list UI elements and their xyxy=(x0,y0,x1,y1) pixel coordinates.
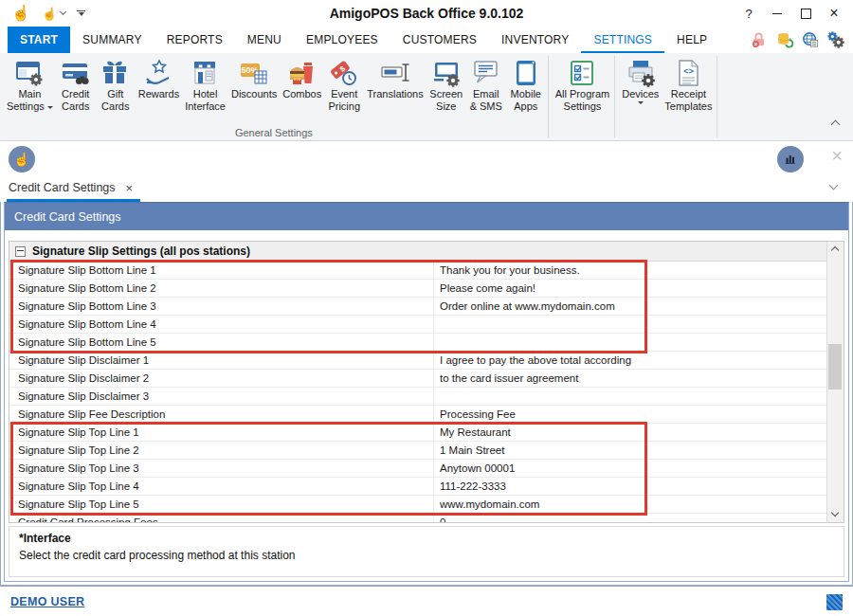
main-settings-button[interactable]: MainSettings xyxy=(4,56,56,115)
setting-value[interactable]: 111-222-3333 xyxy=(433,478,826,495)
ribbon-collapse-button[interactable] xyxy=(832,115,839,132)
event-pricing-button[interactable]: $EventPricing xyxy=(324,56,364,115)
all-program-settings-label: All Program xyxy=(555,88,609,100)
table-row[interactable]: Signature Slip Top Line 1My Restaurant xyxy=(9,424,826,442)
chart-tool-button[interactable] xyxy=(777,146,804,172)
page-title: AmigoPOS Back Office 9.0.102 xyxy=(0,0,853,27)
description-text: Select the credit card processing method… xyxy=(19,549,834,562)
document-close-button[interactable]: × xyxy=(831,146,843,165)
title-bar: ☝ ☝ AmigoPOS Back Office 9.0.102 ? × xyxy=(0,0,853,27)
setting-label: Signature Slip Disclaimer 2 xyxy=(9,370,433,387)
ribbon-tab-summary[interactable]: SUMMARY xyxy=(70,27,154,53)
setting-label: Signature Slip Bottom Line 2 xyxy=(9,280,433,297)
table-row[interactable]: Signature Slip Bottom Line 5 xyxy=(9,334,826,352)
hotel-interface-button[interactable]: HotelInterface xyxy=(182,56,228,115)
setting-value[interactable]: I agree to pay the above total according xyxy=(433,352,826,369)
content-frame: Credit Card Settings Signature Slip Sett… xyxy=(0,202,853,587)
table-row[interactable]: Signature Slip Disclaimer 3 xyxy=(9,388,826,406)
setting-value[interactable] xyxy=(433,316,826,333)
setting-label: Signature Slip Bottom Line 4 xyxy=(9,316,433,333)
table-row[interactable]: Signature Slip Top Line 5www.mydomain.co… xyxy=(9,496,826,514)
setting-value[interactable]: www.mydomain.com xyxy=(433,496,826,513)
table-row[interactable]: Signature Slip Bottom Line 4 xyxy=(9,316,826,334)
ribbon-tabs: STARTSUMMARYREPORTSMENUEMPLOYEESCUSTOMER… xyxy=(8,27,719,53)
chevron-up-icon xyxy=(831,120,841,130)
document-bar: ☝ × Credit Card Settings × xyxy=(0,141,853,202)
scroll-down-button[interactable] xyxy=(827,506,843,521)
close-button[interactable]: × xyxy=(820,0,848,27)
rewards-button[interactable]: Rewards xyxy=(136,56,182,102)
table-row[interactable]: Signature Slip Disclaimer 1I agree to pa… xyxy=(9,352,826,370)
screen-size-button[interactable]: ScreenSize xyxy=(426,56,466,115)
email-sms-icon xyxy=(471,58,501,88)
gift-cards-icon xyxy=(100,58,131,88)
touch-tool-button[interactable]: ☝ xyxy=(9,146,35,172)
tab-close-icon[interactable]: × xyxy=(126,182,134,194)
ribbon-tab-inventory[interactable]: INVENTORY xyxy=(489,27,581,53)
minimize-button[interactable] xyxy=(763,0,791,27)
table-row[interactable]: Signature Slip Top Line 4111-222-3333 xyxy=(9,478,826,496)
gift-cards-button[interactable]: GiftCards xyxy=(96,56,136,115)
table-row[interactable]: Signature Slip Fee DescriptionProcessing… xyxy=(9,406,826,424)
collapse-minus-icon[interactable] xyxy=(15,246,26,257)
ribbon-tab-customers[interactable]: CUSTOMERS xyxy=(390,27,489,53)
email-sms-button[interactable]: Email& SMS xyxy=(466,56,506,115)
discounts-button[interactable]: 50%Discounts xyxy=(228,56,280,102)
database-sync-icon[interactable] xyxy=(776,31,793,48)
description-title: *Interface xyxy=(19,532,834,545)
setting-value[interactable]: Order online at www.mydomain.com xyxy=(433,298,826,315)
grid-group-header[interactable]: Signature Slip Settings (all pos station… xyxy=(9,242,826,262)
table-row[interactable]: Signature Slip Bottom Line 1Thank you fo… xyxy=(9,262,826,280)
scrollbar-thumb[interactable] xyxy=(828,344,842,390)
tab-row-icons xyxy=(751,27,844,53)
combos-label: Combos xyxy=(282,88,321,100)
help-button[interactable]: ? xyxy=(735,0,763,27)
translations-button[interactable]: Translations xyxy=(364,56,426,102)
ribbon-tab-row: STARTSUMMARYREPORTSMENUEMPLOYEESCUSTOMER… xyxy=(0,27,853,53)
mobile-apps-button[interactable]: MobileApps xyxy=(506,56,546,115)
credit-cards-button[interactable]: CreditCards xyxy=(56,56,96,115)
status-grip-icon[interactable] xyxy=(826,594,843,610)
ribbon-tab-reports[interactable]: REPORTS xyxy=(154,27,235,53)
setting-value[interactable]: 1 Main Street xyxy=(433,442,826,459)
event-pricing-label: Pricing xyxy=(328,100,360,113)
ribbon-tab-start[interactable]: START xyxy=(8,27,70,53)
setting-value[interactable]: My Restaurant xyxy=(433,424,826,441)
demo-user-link[interactable]: DEMO USER xyxy=(10,595,84,608)
ribbon-tab-help[interactable]: HELP xyxy=(664,27,719,53)
receipt-templates-button[interactable]: <>ReceiptTemplates xyxy=(662,56,715,115)
setting-value[interactable]: Thank you for your business. xyxy=(433,262,826,279)
setting-value[interactable] xyxy=(433,388,826,405)
table-row[interactable]: Signature Slip Disclaimer 2to the card i… xyxy=(9,370,826,388)
ribbon-tab-settings[interactable]: SETTINGS xyxy=(581,27,664,53)
maximize-button[interactable] xyxy=(791,0,820,27)
table-row[interactable]: Signature Slip Bottom Line 2Please come … xyxy=(9,280,826,298)
devices-button[interactable]: Devices xyxy=(619,56,662,106)
setting-value[interactable]: to the card issuer agreement xyxy=(433,370,826,387)
event-pricing-icon: $ xyxy=(329,58,359,88)
maximize-icon xyxy=(801,9,811,19)
setting-value[interactable] xyxy=(433,334,826,351)
table-row[interactable]: Signature Slip Bottom Line 3Order online… xyxy=(9,298,826,316)
document-chevron-button[interactable] xyxy=(830,175,837,192)
setting-value[interactable]: Please come again! xyxy=(433,280,826,297)
table-row[interactable]: Credit Card Processing Fees0 xyxy=(9,514,826,522)
all-program-settings-button[interactable]: All ProgramSettings xyxy=(553,56,612,115)
globe-web-icon[interactable] xyxy=(802,31,819,48)
lock-status-icon[interactable] xyxy=(751,31,768,48)
gears-settings-icon[interactable] xyxy=(827,31,844,48)
ribbon-tab-menu[interactable]: MENU xyxy=(235,27,294,53)
setting-value[interactable]: 0 xyxy=(433,514,826,522)
scroll-up-button[interactable] xyxy=(827,243,843,258)
setting-value[interactable]: Processing Fee xyxy=(433,406,826,423)
table-row[interactable]: Signature Slip Top Line 3Anytown 00001 xyxy=(9,460,826,478)
combos-button[interactable]: Combos xyxy=(280,56,324,102)
ribbon-group-label: General Settings xyxy=(0,127,548,138)
table-row[interactable]: Signature Slip Top Line 21 Main Street xyxy=(9,442,826,460)
settings-grid: Signature Slip Settings (all pos station… xyxy=(9,241,844,523)
tab-credit-card-settings[interactable]: Credit Card Settings × xyxy=(7,181,140,202)
mobile-apps-label: Mobile xyxy=(511,88,541,100)
ribbon-tab-employees[interactable]: EMPLOYEES xyxy=(294,27,390,53)
setting-value[interactable]: Anytown 00001 xyxy=(433,460,826,477)
vertical-scrollbar[interactable] xyxy=(826,242,844,522)
